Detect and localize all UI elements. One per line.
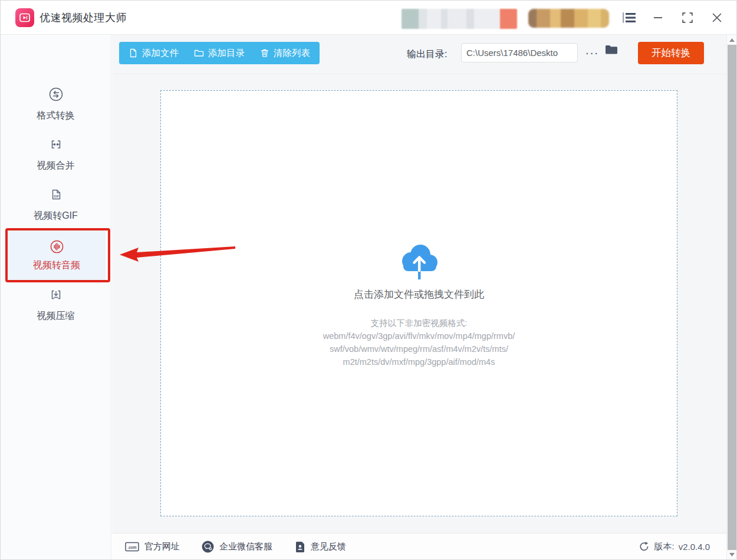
supported-formats: 支持以下非加密视频格式: webm/f4v/ogv/3gp/avi/flv/mk…: [323, 317, 515, 368]
video-compress-icon: [48, 287, 64, 302]
version-info[interactable]: 版本: v2.0.4.0: [639, 533, 710, 560]
svg-text:.com: .com: [127, 545, 136, 549]
triangle-down-icon: [729, 553, 735, 556]
sidebar: 格式转换 视频合并 GIF 视频转GIF 视频转音频: [1, 35, 111, 559]
wechat-support-icon: [202, 541, 214, 553]
add-file-button[interactable]: 添加文件: [129, 47, 179, 60]
format-convert-icon: [48, 87, 64, 102]
sidebar-item-video-to-gif[interactable]: GIF 视频转GIF: [1, 187, 111, 222]
redacted-vip-area: [528, 9, 609, 28]
formats-title: 支持以下非加密视频格式:: [323, 317, 515, 330]
file-actions-group: 添加文件 添加目录 清除列表: [119, 42, 320, 64]
sidebar-item-label: 视频压缩: [1, 310, 111, 322]
sidebar-item-label: 视频转音频: [33, 259, 80, 272]
trash-icon: [260, 48, 269, 58]
sidebar-item-video-merge[interactable]: 视频合并: [1, 137, 111, 172]
video-to-audio-icon: [50, 239, 64, 254]
maximize-icon: [682, 12, 693, 23]
minimize-icon: [653, 13, 663, 22]
browse-more-button[interactable]: ···: [582, 43, 602, 62]
version-value: v2.0.4.0: [679, 542, 710, 552]
version-label: 版本:: [654, 541, 674, 552]
vertical-scrollbar[interactable]: [726, 35, 736, 559]
close-icon: [712, 13, 722, 22]
sidebar-item-video-compress[interactable]: 视频压缩: [1, 287, 111, 322]
output-path-input[interactable]: [461, 43, 578, 62]
official-website-label: 官方网址: [144, 541, 180, 552]
dropzone-hint: 点击添加文件或拖拽文件到此: [354, 288, 484, 301]
scroll-up-arrow[interactable]: [727, 35, 736, 45]
app-window: 优速视频处理大师: [0, 0, 737, 560]
toolbar: 添加文件 添加目录 清除列表 输出目录: ···: [112, 35, 726, 74]
menu-icon: [621, 11, 637, 24]
output-dir-label: 输出目录:: [407, 48, 447, 61]
add-folder-label: 添加目录: [208, 47, 245, 60]
app-title: 优速视频处理大师: [40, 11, 127, 25]
feedback-icon: [295, 541, 305, 553]
sidebar-item-format-convert[interactable]: 格式转换: [1, 87, 111, 122]
start-convert-button[interactable]: 开始转换: [638, 42, 704, 64]
clear-list-button[interactable]: 清除列表: [260, 47, 310, 60]
sidebar-item-label: 视频合并: [1, 160, 111, 172]
wechat-support-link[interactable]: 企业微信客服: [202, 533, 272, 560]
feedback-link[interactable]: 意见反馈: [295, 533, 346, 560]
clear-list-label: 清除列表: [274, 47, 310, 60]
app-logo-icon: [15, 8, 34, 27]
sidebar-item-video-to-audio[interactable]: 视频转音频: [8, 230, 106, 280]
add-file-label: 添加文件: [142, 47, 179, 60]
close-button[interactable]: [709, 12, 725, 24]
footer-bar: .com 官方网址 企业微信客服 意见反馈: [112, 533, 726, 559]
formats-line: m2t/m2ts/dv/mxf/mpg/3gpp/aif/mod/m4s: [323, 355, 515, 368]
open-folder-button[interactable]: [605, 44, 618, 57]
title-bar: 优速视频处理大师: [1, 1, 736, 35]
file-icon: [129, 48, 138, 58]
open-folder-icon: [605, 44, 618, 55]
triangle-up-icon: [729, 38, 735, 42]
maximize-button[interactable]: [680, 12, 695, 24]
menu-button[interactable]: [620, 11, 639, 25]
folder-icon: [194, 48, 204, 58]
minimize-button[interactable]: [650, 13, 666, 22]
scrollbar-thumb[interactable]: [728, 45, 736, 550]
wechat-support-label: 企业微信客服: [219, 541, 272, 552]
redacted-account-area: [402, 9, 517, 29]
add-folder-button[interactable]: 添加目录: [194, 47, 245, 60]
official-website-link[interactable]: .com 官方网址: [125, 533, 180, 560]
update-refresh-icon: [639, 541, 650, 552]
file-dropzone[interactable]: 点击添加文件或拖拽文件到此 支持以下非加密视频格式: webm/f4v/ogv/…: [160, 90, 677, 516]
video-to-gif-icon: GIF: [48, 187, 64, 202]
svg-text:GIF: GIF: [53, 195, 59, 198]
sidebar-item-label: 格式转换: [1, 110, 111, 122]
sidebar-item-label: 视频转GIF: [1, 210, 111, 222]
video-merge-icon: [48, 137, 64, 152]
main-area: 添加文件 添加目录 清除列表 输出目录: ···: [112, 35, 726, 559]
dot-com-icon: .com: [125, 542, 139, 552]
feedback-label: 意见反馈: [311, 541, 346, 552]
scroll-down-arrow[interactable]: [727, 549, 736, 559]
upload-cloud-icon: [396, 240, 443, 280]
formats-line: swf/vob/wmv/wtv/mpeg/rm/asf/m4v/m2v/ts/m…: [323, 342, 515, 355]
formats-line: webm/f4v/ogv/3gp/avi/flv/mkv/mov/mp4/mgp…: [323, 330, 515, 342]
